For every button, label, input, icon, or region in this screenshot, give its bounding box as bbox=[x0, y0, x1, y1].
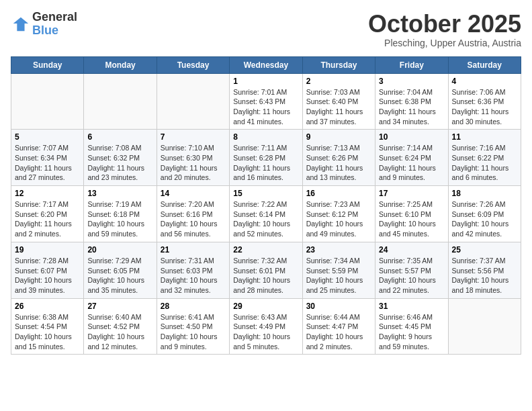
day-detail: Sunrise: 7:22 AMSunset: 6:14 PMDaylight:… bbox=[233, 199, 298, 239]
day-number: 23 bbox=[306, 245, 371, 255]
calendar-cell: 10Sunrise: 7:14 AMSunset: 6:24 PMDayligh… bbox=[375, 130, 448, 186]
day-number: 4 bbox=[452, 77, 517, 86]
calendar-table: SundayMondayTuesdayWednesdayThursdayFrid… bbox=[11, 56, 521, 355]
day-detail: Sunrise: 7:07 AMSunset: 6:34 PMDaylight:… bbox=[15, 143, 80, 183]
day-number: 19 bbox=[15, 245, 80, 255]
calendar-cell: 19Sunrise: 7:28 AMSunset: 6:07 PMDayligh… bbox=[11, 242, 84, 298]
calendar-body: 1Sunrise: 7:01 AMSunset: 6:43 PMDaylight… bbox=[11, 73, 521, 355]
day-number: 24 bbox=[379, 245, 444, 255]
day-number: 10 bbox=[379, 132, 444, 142]
weekday-header: Monday bbox=[84, 56, 157, 73]
day-number: 16 bbox=[306, 189, 371, 198]
day-detail: Sunrise: 7:31 AMSunset: 6:03 PMDaylight:… bbox=[161, 256, 226, 295]
calendar-cell: 27Sunrise: 6:40 AMSunset: 4:52 PMDayligh… bbox=[84, 298, 157, 355]
calendar-week-row: 5Sunrise: 7:07 AMSunset: 6:34 PMDaylight… bbox=[11, 130, 521, 186]
calendar-cell: 11Sunrise: 7:16 AMSunset: 6:22 PMDayligh… bbox=[448, 130, 521, 186]
weekday-header: Thursday bbox=[302, 56, 375, 73]
logo: General Blue bbox=[11, 11, 77, 38]
calendar-week-row: 1Sunrise: 7:01 AMSunset: 6:43 PMDaylight… bbox=[11, 73, 521, 130]
day-number: 13 bbox=[87, 189, 152, 198]
day-detail: Sunrise: 7:17 AMSunset: 6:20 PMDaylight:… bbox=[15, 199, 80, 239]
calendar-week-row: 26Sunrise: 6:38 AMSunset: 4:54 PMDayligh… bbox=[11, 298, 521, 355]
calendar-cell bbox=[448, 298, 521, 355]
day-detail: Sunrise: 7:11 AMSunset: 6:28 PMDaylight:… bbox=[233, 143, 298, 183]
day-detail: Sunrise: 7:13 AMSunset: 6:26 PMDaylight:… bbox=[306, 143, 371, 183]
day-number: 2 bbox=[306, 77, 371, 86]
calendar-cell: 26Sunrise: 6:38 AMSunset: 4:54 PMDayligh… bbox=[11, 298, 84, 355]
day-detail: Sunrise: 7:34 AMSunset: 5:59 PMDaylight:… bbox=[306, 256, 371, 295]
calendar-cell: 22Sunrise: 7:32 AMSunset: 6:01 PMDayligh… bbox=[230, 242, 302, 298]
calendar-cell: 6Sunrise: 7:08 AMSunset: 6:32 PMDaylight… bbox=[84, 130, 157, 186]
day-number: 31 bbox=[379, 302, 444, 311]
day-number: 11 bbox=[452, 132, 517, 142]
day-detail: Sunrise: 7:23 AMSunset: 6:12 PMDaylight:… bbox=[306, 199, 371, 239]
day-detail: Sunrise: 7:37 AMSunset: 5:56 PMDaylight:… bbox=[452, 256, 517, 295]
weekday-header: Friday bbox=[375, 56, 448, 73]
day-detail: Sunrise: 7:16 AMSunset: 6:22 PMDaylight:… bbox=[452, 143, 517, 183]
calendar-cell: 9Sunrise: 7:13 AMSunset: 6:26 PMDaylight… bbox=[302, 130, 375, 186]
calendar-cell: 21Sunrise: 7:31 AMSunset: 6:03 PMDayligh… bbox=[157, 242, 229, 298]
calendar-cell: 4Sunrise: 7:06 AMSunset: 6:36 PMDaylight… bbox=[448, 73, 521, 130]
calendar-cell bbox=[157, 73, 229, 130]
day-number: 20 bbox=[87, 245, 152, 255]
day-detail: Sunrise: 6:43 AMSunset: 4:49 PMDaylight:… bbox=[233, 312, 298, 352]
day-detail: Sunrise: 7:32 AMSunset: 6:01 PMDaylight:… bbox=[233, 256, 298, 295]
day-detail: Sunrise: 7:04 AMSunset: 6:38 PMDaylight:… bbox=[379, 87, 444, 127]
header-row: SundayMondayTuesdayWednesdayThursdayFrid… bbox=[11, 56, 521, 73]
day-number: 29 bbox=[233, 302, 298, 311]
calendar-cell: 12Sunrise: 7:17 AMSunset: 6:20 PMDayligh… bbox=[11, 186, 84, 242]
logo-icon bbox=[11, 15, 30, 34]
svg-marker-0 bbox=[13, 17, 28, 32]
day-number: 12 bbox=[15, 189, 80, 198]
day-number: 15 bbox=[233, 189, 298, 198]
calendar-cell: 8Sunrise: 7:11 AMSunset: 6:28 PMDaylight… bbox=[230, 130, 302, 186]
calendar-cell: 25Sunrise: 7:37 AMSunset: 5:56 PMDayligh… bbox=[448, 242, 521, 298]
calendar-cell: 5Sunrise: 7:07 AMSunset: 6:34 PMDaylight… bbox=[11, 130, 84, 186]
day-detail: Sunrise: 7:20 AMSunset: 6:16 PMDaylight:… bbox=[161, 199, 226, 239]
day-number: 9 bbox=[306, 132, 371, 142]
calendar-cell: 31Sunrise: 6:46 AMSunset: 4:45 PMDayligh… bbox=[375, 298, 448, 355]
day-number: 27 bbox=[87, 302, 152, 311]
day-detail: Sunrise: 7:08 AMSunset: 6:32 PMDaylight:… bbox=[87, 143, 152, 183]
day-detail: Sunrise: 6:44 AMSunset: 4:47 PMDaylight:… bbox=[306, 312, 371, 352]
calendar-cell: 18Sunrise: 7:26 AMSunset: 6:09 PMDayligh… bbox=[448, 186, 521, 242]
calendar-cell: 3Sunrise: 7:04 AMSunset: 6:38 PMDaylight… bbox=[375, 73, 448, 130]
day-number: 22 bbox=[233, 245, 298, 255]
day-number: 18 bbox=[452, 189, 517, 198]
day-number: 1 bbox=[233, 77, 298, 86]
day-number: 17 bbox=[379, 189, 444, 198]
calendar-cell: 16Sunrise: 7:23 AMSunset: 6:12 PMDayligh… bbox=[302, 186, 375, 242]
day-detail: Sunrise: 6:40 AMSunset: 4:52 PMDaylight:… bbox=[87, 312, 152, 352]
logo-text: General Blue bbox=[32, 11, 77, 38]
day-detail: Sunrise: 7:35 AMSunset: 5:57 PMDaylight:… bbox=[379, 256, 444, 295]
day-number: 6 bbox=[87, 132, 152, 142]
day-detail: Sunrise: 7:25 AMSunset: 6:10 PMDaylight:… bbox=[379, 199, 444, 239]
calendar-cell: 15Sunrise: 7:22 AMSunset: 6:14 PMDayligh… bbox=[230, 186, 302, 242]
calendar-week-row: 19Sunrise: 7:28 AMSunset: 6:07 PMDayligh… bbox=[11, 242, 521, 298]
month-title: October 2025 bbox=[368, 11, 521, 38]
calendar-cell: 24Sunrise: 7:35 AMSunset: 5:57 PMDayligh… bbox=[375, 242, 448, 298]
day-number: 8 bbox=[233, 132, 298, 142]
weekday-header: Sunday bbox=[11, 56, 84, 73]
day-number: 25 bbox=[452, 245, 517, 255]
calendar-cell bbox=[84, 73, 157, 130]
calendar-header: SundayMondayTuesdayWednesdayThursdayFrid… bbox=[11, 56, 521, 73]
day-number: 28 bbox=[161, 302, 226, 311]
day-detail: Sunrise: 7:06 AMSunset: 6:36 PMDaylight:… bbox=[452, 87, 517, 127]
day-detail: Sunrise: 7:14 AMSunset: 6:24 PMDaylight:… bbox=[379, 143, 444, 183]
calendar-cell: 20Sunrise: 7:29 AMSunset: 6:05 PMDayligh… bbox=[84, 242, 157, 298]
day-detail: Sunrise: 7:10 AMSunset: 6:30 PMDaylight:… bbox=[161, 143, 226, 183]
day-detail: Sunrise: 6:46 AMSunset: 4:45 PMDaylight:… bbox=[379, 312, 444, 352]
calendar-cell: 7Sunrise: 7:10 AMSunset: 6:30 PMDaylight… bbox=[157, 130, 229, 186]
day-number: 26 bbox=[15, 302, 80, 311]
title-block: October 2025 Plesching, Upper Austria, A… bbox=[368, 11, 521, 48]
page-header: General Blue October 2025 Plesching, Upp… bbox=[11, 11, 521, 48]
calendar-cell: 30Sunrise: 6:44 AMSunset: 4:47 PMDayligh… bbox=[302, 298, 375, 355]
day-detail: Sunrise: 6:41 AMSunset: 4:50 PMDaylight:… bbox=[161, 312, 226, 352]
day-number: 21 bbox=[161, 245, 226, 255]
calendar-cell: 23Sunrise: 7:34 AMSunset: 5:59 PMDayligh… bbox=[302, 242, 375, 298]
calendar-week-row: 12Sunrise: 7:17 AMSunset: 6:20 PMDayligh… bbox=[11, 186, 521, 242]
calendar-cell: 17Sunrise: 7:25 AMSunset: 6:10 PMDayligh… bbox=[375, 186, 448, 242]
weekday-header: Wednesday bbox=[230, 56, 302, 73]
calendar-cell: 2Sunrise: 7:03 AMSunset: 6:40 PMDaylight… bbox=[302, 73, 375, 130]
